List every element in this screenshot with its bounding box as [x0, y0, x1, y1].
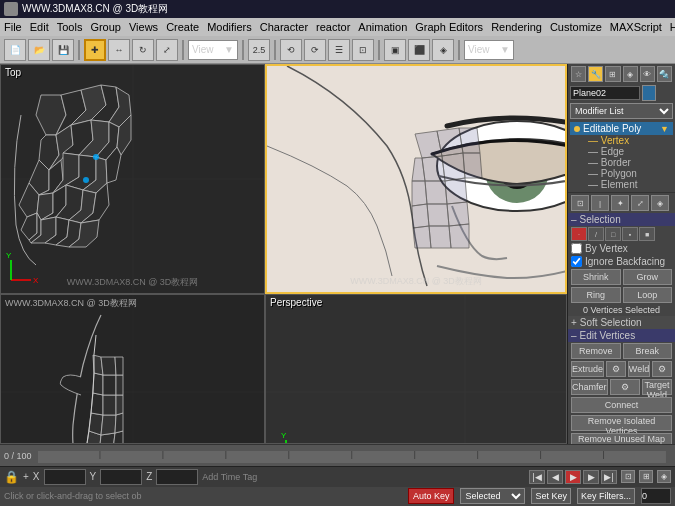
status-icon-c[interactable]: ◈ — [657, 470, 671, 483]
viewport-left[interactable]: WWW.3DMAX8.CN @ 3D教程网 — [0, 294, 265, 444]
menu-edit[interactable]: Edit — [30, 21, 49, 33]
chamfer-settings[interactable]: ⚙ — [610, 379, 640, 395]
editable-poly-item[interactable]: Editable Poly ▼ — [570, 122, 673, 135]
y-coord[interactable] — [100, 469, 142, 485]
x-coord[interactable] — [44, 469, 86, 485]
panel-icon-hierarchy[interactable]: ⊞ — [605, 66, 620, 82]
selection-section-header[interactable]: – Selection — [568, 213, 675, 226]
toolbar-open[interactable]: 📂 — [28, 39, 50, 61]
menu-help[interactable]: Help — [670, 21, 675, 33]
menu-reactor[interactable]: reactor — [316, 21, 350, 33]
panel-icon-motion[interactable]: ◈ — [623, 66, 638, 82]
menu-graph-editors[interactable]: Graph Editors — [415, 21, 483, 33]
selected-dropdown[interactable]: Selected — [460, 488, 525, 504]
toolbar-num[interactable]: 2.5 — [248, 39, 270, 61]
menu-customize[interactable]: Customize — [550, 21, 602, 33]
by-vertex-checkbox[interactable] — [571, 243, 582, 254]
polygon-mode-btn[interactable]: ▪ — [622, 227, 638, 241]
menu-animation[interactable]: Animation — [358, 21, 407, 33]
toolbar-btn8[interactable]: ⊡ — [352, 39, 374, 61]
toolbar-move[interactable]: ↔ — [108, 39, 130, 61]
next-frame-btn[interactable]: ▶ — [583, 470, 599, 484]
play-btn[interactable]: ▶ — [565, 470, 581, 484]
set-key-btn[interactable]: Set Key — [531, 488, 571, 504]
sub-border[interactable]: — Border — [570, 157, 673, 168]
remove-unused-btn[interactable]: Remove Unused Map Verts — [571, 433, 672, 444]
vertex-mode-btn[interactable]: · — [571, 227, 587, 241]
break-button[interactable]: Break — [623, 343, 673, 359]
soft-selection-header[interactable]: + Soft Selection — [568, 316, 675, 329]
menu-file[interactable]: File — [4, 21, 22, 33]
toolbar-render[interactable]: ▣ — [384, 39, 406, 61]
border-mode-btn[interactable]: □ — [605, 227, 621, 241]
sub-vertex[interactable]: — Vertex — [570, 135, 673, 146]
panel-icon-c[interactable]: ✦ — [611, 195, 629, 211]
menu-maxscript[interactable]: MAXScript — [610, 21, 662, 33]
remove-isolated-btn[interactable]: Remove Isolated Vertices — [571, 415, 672, 431]
modifier-list-dropdown[interactable]: Modifier List — [570, 103, 673, 119]
toolbar-new[interactable]: 📄 — [4, 39, 26, 61]
panel-icon-display[interactable]: 👁 — [640, 66, 655, 82]
color-swatch[interactable] — [642, 85, 656, 101]
menu-rendering[interactable]: Rendering — [491, 21, 542, 33]
toolbar-select[interactable]: ✚ — [84, 39, 106, 61]
menu-character[interactable]: Character — [260, 21, 308, 33]
connect-button[interactable]: Connect — [571, 397, 672, 413]
toolbar-material[interactable]: ◈ — [432, 39, 454, 61]
panel-icon-d[interactable]: ⤢ — [631, 195, 649, 211]
skip-start-btn[interactable]: |◀ — [529, 470, 545, 484]
menu-create[interactable]: Create — [166, 21, 199, 33]
menu-views[interactable]: Views — [129, 21, 158, 33]
panel-icon-b[interactable]: | — [591, 195, 609, 211]
status-icon-a[interactable]: ⊡ — [621, 470, 635, 483]
toolbar-scale[interactable]: ⤢ — [156, 39, 178, 61]
panel-icon-utilities[interactable]: 🔩 — [657, 66, 672, 82]
weld-settings[interactable]: ⚙ — [652, 361, 672, 377]
toolbar-render2[interactable]: ⬛ — [408, 39, 430, 61]
toolbar-btn5[interactable]: ⟲ — [280, 39, 302, 61]
view-dropdown2[interactable]: View ▼ — [464, 40, 514, 60]
toolbar-btn7[interactable]: ☰ — [328, 39, 350, 61]
loop-button[interactable]: Loop — [623, 287, 673, 303]
menu-tools[interactable]: Tools — [57, 21, 83, 33]
toolbar-save[interactable]: 💾 — [52, 39, 74, 61]
viewport-front[interactable]: WWW.3DMAX8.CN @ 3D教程网 — [265, 64, 567, 294]
skip-end-btn[interactable]: ▶| — [601, 470, 617, 484]
extrude-settings[interactable]: ⚙ — [606, 361, 626, 377]
sub-element[interactable]: — Element — [570, 179, 673, 190]
edit-vertices-header[interactable]: – Edit Vertices — [568, 329, 675, 342]
shrink-button[interactable]: Shrink — [571, 269, 621, 285]
z-coord[interactable] — [156, 469, 198, 485]
viewport-top[interactable]: Top WWW.3DMAX8.CN @ 3D教程网 — [0, 64, 265, 294]
view-dropdown[interactable]: View ▼ — [188, 40, 238, 60]
remove-button[interactable]: Remove — [571, 343, 621, 359]
sub-edge[interactable]: — Edge — [570, 146, 673, 157]
weld-button[interactable]: Weld — [628, 361, 650, 377]
panel-icon-e[interactable]: ◈ — [651, 195, 669, 211]
sub-polygon[interactable]: — Polygon — [570, 168, 673, 179]
ignore-backfacing-checkbox[interactable] — [571, 256, 582, 267]
ring-button[interactable]: Ring — [571, 287, 621, 303]
target-weld-button[interactable]: Target Weld — [642, 379, 672, 395]
lock-icon[interactable]: 🔒 — [4, 470, 19, 484]
viewport-perspective[interactable]: Perspective X Y Z — [265, 294, 567, 444]
prev-frame-btn[interactable]: ◀ — [547, 470, 563, 484]
toolbar-btn6[interactable]: ⟳ — [304, 39, 326, 61]
timeline-bar[interactable] — [36, 450, 667, 462]
toolbar-rotate[interactable]: ↻ — [132, 39, 154, 61]
panel-icon-a[interactable]: ⊡ — [571, 195, 589, 211]
extrude-button[interactable]: Extrude — [571, 361, 604, 377]
element-mode-btn[interactable]: ■ — [639, 227, 655, 241]
panel-icon-modify[interactable]: 🔧 — [588, 66, 603, 82]
object-name-input[interactable] — [570, 86, 640, 100]
menu-modifiers[interactable]: Modifiers — [207, 21, 252, 33]
panel-icon-create[interactable]: ☆ — [571, 66, 586, 82]
frame-input[interactable] — [641, 488, 671, 504]
auto-key-btn[interactable]: Auto Key — [408, 488, 455, 504]
status-icon-b[interactable]: ⊞ — [639, 470, 653, 483]
menu-group[interactable]: Group — [90, 21, 121, 33]
key-filters-btn[interactable]: Key Filters... — [577, 488, 635, 504]
edge-mode-btn[interactable]: / — [588, 227, 604, 241]
grow-button[interactable]: Grow — [623, 269, 673, 285]
chamfer-button[interactable]: Chamfer — [571, 379, 608, 395]
